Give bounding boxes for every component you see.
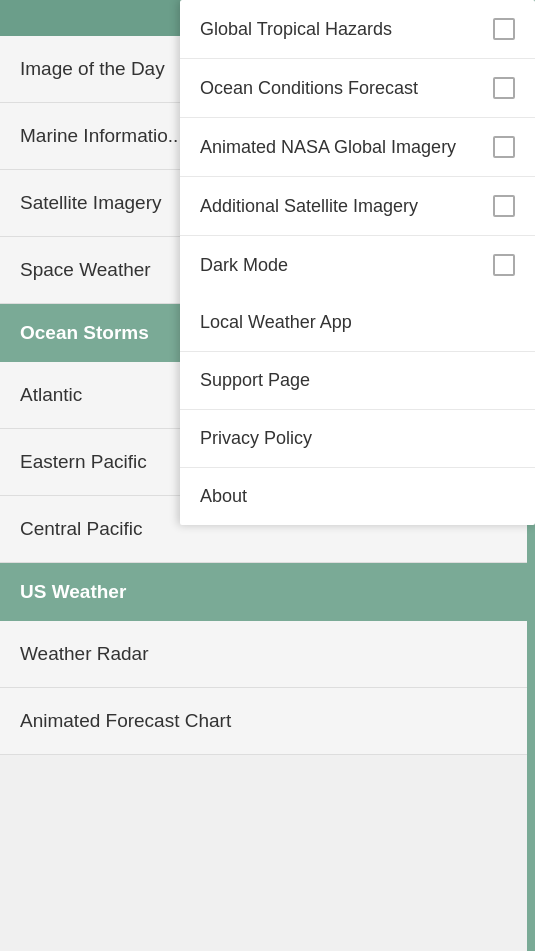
sidebar-item-weather-radar[interactable]: Weather Radar: [0, 621, 535, 688]
dropdown-item-additional-satellite-imagery[interactable]: Additional Satellite Imagery: [180, 177, 535, 236]
dropdown-item-about[interactable]: About: [180, 468, 535, 525]
checkbox-additional-satellite-imagery[interactable]: [493, 195, 515, 217]
checkbox-dark-mode[interactable]: [493, 254, 515, 276]
dropdown-item-label-global-tropical-hazards: Global Tropical Hazards: [200, 19, 392, 40]
dropdown-item-local-weather-app[interactable]: Local Weather App: [180, 294, 535, 352]
checkbox-global-tropical-hazards[interactable]: [493, 18, 515, 40]
dropdown-item-animated-nasa-global-imagery[interactable]: Animated NASA Global Imagery: [180, 118, 535, 177]
checkbox-animated-nasa-global-imagery[interactable]: [493, 136, 515, 158]
sidebar-item-animated-forecast-chart[interactable]: Animated Forecast Chart: [0, 688, 535, 755]
dropdown-item-privacy-policy[interactable]: Privacy Policy: [180, 410, 535, 468]
dropdown-item-label-ocean-conditions-forecast: Ocean Conditions Forecast: [200, 78, 418, 99]
dropdown-item-label-animated-nasa-global-imagery: Animated NASA Global Imagery: [200, 137, 456, 158]
dropdown-item-label-dark-mode: Dark Mode: [200, 255, 288, 276]
dropdown-item-support-page[interactable]: Support Page: [180, 352, 535, 410]
checkbox-ocean-conditions-forecast[interactable]: [493, 77, 515, 99]
dropdown-item-global-tropical-hazards[interactable]: Global Tropical Hazards: [180, 0, 535, 59]
dropdown-checkbox-list: Global Tropical HazardsOcean Conditions …: [180, 0, 535, 294]
dropdown-item-label-additional-satellite-imagery: Additional Satellite Imagery: [200, 196, 418, 217]
dropdown-item-dark-mode[interactable]: Dark Mode: [180, 236, 535, 294]
dropdown-item-ocean-conditions-forecast[interactable]: Ocean Conditions Forecast: [180, 59, 535, 118]
sidebar-item-us-weather[interactable]: US Weather: [0, 563, 535, 621]
dropdown-menu: Global Tropical HazardsOcean Conditions …: [180, 0, 535, 525]
dropdown-plain-list: Local Weather AppSupport PagePrivacy Pol…: [180, 294, 535, 525]
